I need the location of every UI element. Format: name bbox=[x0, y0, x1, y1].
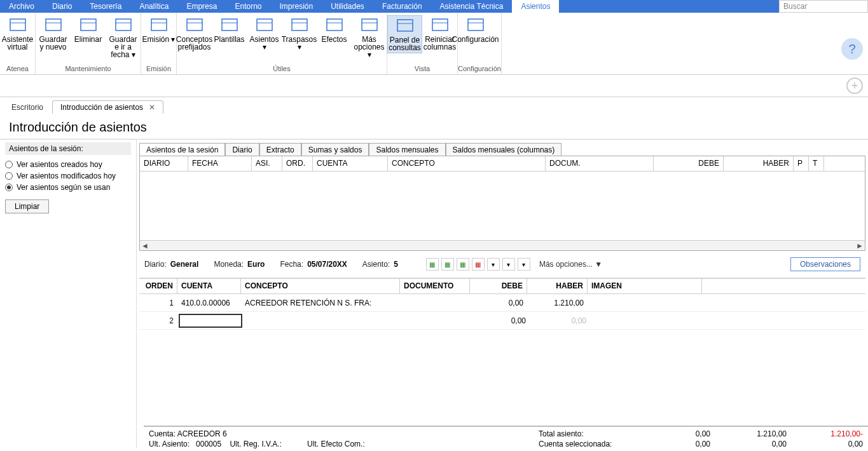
cell-debe: 0,00 bbox=[470, 296, 527, 310]
reiniciar-cols-icon bbox=[430, 17, 450, 34]
asistente-virtual-icon bbox=[8, 17, 28, 34]
cell-doc bbox=[400, 300, 470, 306]
mas-opciones-dropdown[interactable]: Más opciones... ▼ bbox=[539, 260, 602, 269]
footer-ult-asiento-value: 000005 bbox=[196, 440, 221, 448]
mas-opciones-icon bbox=[359, 17, 380, 34]
col-concepto[interactable]: CONCEPTO bbox=[388, 156, 546, 171]
col-cuenta[interactable]: CUENTA bbox=[313, 156, 388, 171]
limpiar-button[interactable]: Limpiar bbox=[5, 199, 49, 213]
col-diario[interactable]: DIARIO bbox=[140, 156, 188, 171]
search-input[interactable]: Buscar bbox=[779, 0, 868, 13]
tool-save[interactable]: ▦ bbox=[441, 258, 454, 271]
tool-dd2[interactable]: ▾ bbox=[502, 258, 515, 271]
menu-archivo[interactable]: Archivo bbox=[0, 0, 43, 13]
cell-cuenta[interactable] bbox=[179, 314, 242, 328]
subtab-1[interactable]: Diario bbox=[225, 143, 259, 156]
g2col-debe[interactable]: DEBE bbox=[470, 279, 527, 293]
ribbon-panel-consultas[interactable]: Panel de consultas bbox=[387, 15, 422, 53]
ribbon-conceptos[interactable]: Conceptos prefijados bbox=[177, 15, 212, 60]
cell-debe: 0,00 bbox=[472, 314, 530, 328]
session-grid: DIARIOFECHAASI.ORD.CUENTACONCEPTODOCUM.D… bbox=[139, 156, 865, 251]
col-ord.[interactable]: ORD. bbox=[282, 156, 313, 171]
menu-asientos[interactable]: Asientos bbox=[512, 0, 559, 13]
menu-entorno[interactable]: Entorno bbox=[226, 0, 270, 13]
ribbon-eliminar[interactable]: Eliminar bbox=[71, 15, 106, 60]
ribbon-plantillas[interactable]: Plantillas bbox=[212, 15, 247, 60]
total-asiento-haber: 1.210,00 bbox=[717, 429, 787, 438]
ribbon-asientos[interactable]: Asientos ▾ bbox=[247, 15, 282, 60]
guardar-ir-fecha-icon bbox=[113, 17, 134, 34]
g2col-concepto[interactable]: CONCEPTO bbox=[241, 279, 400, 293]
add-tab-button[interactable]: + bbox=[846, 77, 863, 94]
diario-value: General bbox=[170, 260, 199, 269]
horizontal-scrollbar[interactable]: ◄► bbox=[140, 240, 865, 250]
menu-facturación[interactable]: Facturación bbox=[373, 0, 431, 13]
menu-utilidades[interactable]: Utilidades bbox=[322, 0, 373, 13]
panel-consultas-icon bbox=[395, 17, 415, 35]
menu-tesorería[interactable]: Tesorería bbox=[81, 0, 130, 13]
svg-rect-22 bbox=[397, 20, 413, 31]
subtab-0[interactable]: Asientos de la sesión bbox=[139, 143, 225, 156]
col-p[interactable]: P bbox=[794, 156, 809, 171]
col-asi.[interactable]: ASI. bbox=[252, 156, 282, 171]
entry-line[interactable]: 20,000,00 bbox=[139, 312, 865, 330]
g2col-haber[interactable]: HABER bbox=[527, 279, 588, 293]
tab-escritorio[interactable]: Escritorio bbox=[4, 101, 51, 114]
ribbon-emision[interactable]: Emisión ▾ bbox=[141, 15, 176, 44]
radio-filter-0[interactable]: Ver asientos creados hoy bbox=[5, 160, 131, 169]
ribbon-efectos[interactable]: Efectos bbox=[317, 15, 352, 60]
g2col-cuenta[interactable]: CUENTA bbox=[177, 279, 241, 293]
tool-delete[interactable]: ▦ bbox=[472, 258, 485, 271]
menu-asistencia técnica[interactable]: Asistencia Técnica bbox=[431, 0, 513, 13]
tool-new[interactable]: ▦ bbox=[426, 258, 439, 271]
g2col-documento[interactable]: DOCUMENTO bbox=[400, 279, 470, 293]
entry-line[interactable]: 1410.0.0.00006ACREEDOR RETENCIÓN N S. FR… bbox=[139, 294, 865, 312]
efectos-icon bbox=[324, 17, 345, 34]
subtab-3[interactable]: Sumas y saldos bbox=[301, 143, 369, 156]
observaciones-button[interactable]: Observaciones bbox=[790, 257, 860, 271]
radio-filter-2[interactable]: Ver asientos según se usan bbox=[5, 183, 131, 192]
menu-diario[interactable]: Diario bbox=[43, 0, 81, 13]
asientos-icon bbox=[254, 17, 275, 34]
g2col-imagen[interactable]: IMAGEN bbox=[588, 279, 702, 293]
col-haber[interactable]: HABER bbox=[724, 156, 794, 171]
g2col-orden[interactable]: ORDEN bbox=[139, 279, 177, 293]
col-debe[interactable]: DEBE bbox=[654, 156, 724, 171]
ribbon-reiniciar-cols[interactable]: Reiniciar columnas bbox=[422, 15, 457, 53]
svg-rect-8 bbox=[151, 19, 167, 30]
tool-dd1[interactable]: ▾ bbox=[487, 258, 500, 271]
ribbon-guardar-nuevo[interactable]: Guardar y nuevo bbox=[36, 15, 71, 60]
status-footer: Cuenta: ACREEDOR 6 Ult. Asiento: 000005 … bbox=[144, 426, 868, 450]
group-label: Atenea bbox=[0, 64, 35, 74]
help-icon[interactable]: ? bbox=[841, 38, 863, 60]
cuenta-seleccionada-label: Cuenta seleccionada: bbox=[539, 440, 634, 448]
ribbon-mas-opciones[interactable]: Más opciones ▾ bbox=[352, 15, 387, 60]
tab-label: Introducción de asientos bbox=[60, 103, 143, 112]
ribbon-asistente-virtual[interactable]: Asistente virtual bbox=[0, 15, 35, 52]
ribbon-label: Emisión ▾ bbox=[142, 36, 175, 43]
ribbon-label: Eliminar bbox=[74, 36, 102, 43]
menu-empresa[interactable]: Empresa bbox=[177, 0, 226, 13]
close-icon[interactable]: ✕ bbox=[149, 103, 155, 112]
col-t[interactable]: T bbox=[809, 156, 824, 171]
group-label: Vista bbox=[387, 64, 457, 74]
subtab-4[interactable]: Saldos mensuales bbox=[369, 143, 445, 156]
tab-introduccion-asientos[interactable]: Introducción de asientos ✕ bbox=[52, 100, 163, 114]
cell-cuenta: 410.0.0.00006 bbox=[177, 296, 241, 310]
col-docum.[interactable]: DOCUM. bbox=[546, 156, 654, 171]
radio-filter-1[interactable]: Ver asientos modificados hoy bbox=[5, 172, 131, 180]
entry-toolbar: ▦ ▦ ▦ ▦ ▾ ▾ ▾ bbox=[426, 258, 530, 271]
ribbon-label: Traspasos ▾ bbox=[282, 36, 317, 51]
footer-ult-efecto-label: Ult. Efecto Com.: bbox=[307, 440, 365, 448]
subtab-5[interactable]: Saldos mensuales (columnas) bbox=[446, 143, 562, 156]
tool-edit[interactable]: ▦ bbox=[457, 258, 469, 271]
menu-analítica[interactable]: Analítica bbox=[130, 0, 177, 13]
subtab-2[interactable]: Extracto bbox=[259, 143, 301, 156]
ribbon-guardar-ir-fecha[interactable]: Guardar e ir a fecha ▾ bbox=[106, 15, 141, 60]
radio-label: Ver asientos creados hoy bbox=[17, 160, 102, 169]
tool-dd3[interactable]: ▾ bbox=[518, 258, 530, 271]
menu-impresión[interactable]: Impresión bbox=[270, 0, 322, 13]
ribbon-traspasos[interactable]: Traspasos ▾ bbox=[282, 15, 317, 60]
ribbon-config[interactable]: Configuración bbox=[458, 15, 493, 44]
col-fecha[interactable]: FECHA bbox=[188, 156, 252, 171]
